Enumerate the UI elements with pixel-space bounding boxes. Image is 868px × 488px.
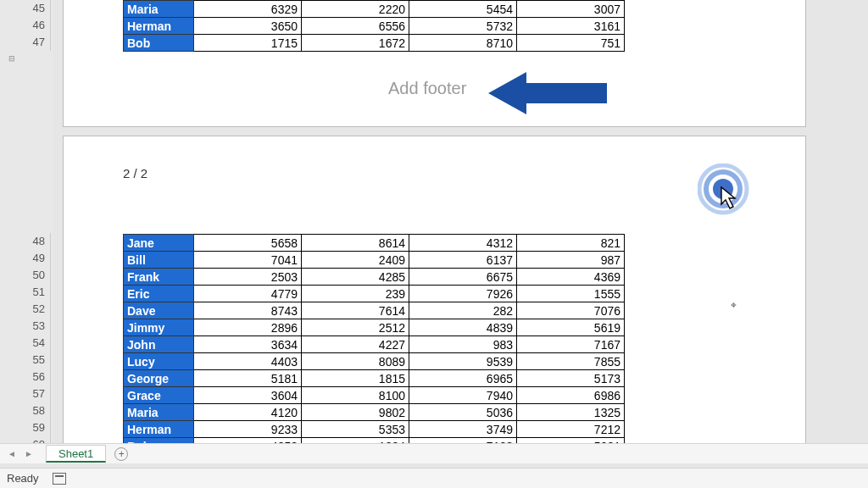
value-cell[interactable]: 6965: [409, 370, 517, 387]
row-number[interactable]: 59: [0, 419, 51, 436]
value-cell[interactable]: 1555: [517, 286, 625, 302]
value-cell[interactable]: 6137: [409, 252, 517, 269]
sheet-tab[interactable]: Sheet1: [46, 445, 106, 463]
value-cell[interactable]: 1715: [194, 35, 302, 52]
value-cell[interactable]: 5732: [409, 18, 517, 35]
row-number[interactable]: 57: [0, 385, 51, 402]
value-cell[interactable]: 9802: [302, 404, 409, 421]
value-cell[interactable]: 7076: [517, 302, 625, 319]
value-cell[interactable]: 987: [517, 252, 625, 269]
value-cell[interactable]: 4120: [194, 404, 302, 421]
row-number[interactable]: 46: [0, 17, 51, 34]
value-cell[interactable]: 3650: [194, 18, 302, 35]
value-cell[interactable]: 3007: [517, 1, 625, 18]
row-number[interactable]: 54: [0, 335, 51, 352]
value-cell[interactable]: 8710: [409, 35, 517, 52]
value-cell[interactable]: 6986: [517, 387, 625, 404]
name-cell[interactable]: Herman: [124, 421, 194, 438]
value-cell[interactable]: 5181: [194, 370, 302, 387]
value-cell[interactable]: 5658: [194, 235, 302, 252]
row-number[interactable]: 52: [0, 301, 51, 318]
row-number[interactable]: 58: [0, 402, 51, 419]
value-cell[interactable]: 6675: [409, 269, 517, 286]
value-cell[interactable]: 9233: [194, 421, 302, 438]
value-cell[interactable]: 7614: [302, 302, 409, 319]
value-cell[interactable]: 8614: [302, 235, 409, 252]
status-bar: Ready: [0, 468, 868, 488]
name-cell[interactable]: Dave: [124, 302, 194, 319]
value-cell[interactable]: 4312: [409, 235, 517, 252]
outline-collapse-icon[interactable]: ⊟: [8, 54, 15, 63]
name-cell[interactable]: Grace: [124, 387, 194, 404]
value-cell[interactable]: 7855: [517, 353, 625, 370]
tab-nav-next-icon[interactable]: ►: [22, 447, 36, 461]
value-cell[interactable]: 7212: [517, 421, 625, 438]
value-cell[interactable]: 6556: [302, 18, 409, 35]
value-cell[interactable]: 8089: [302, 353, 409, 370]
value-cell[interactable]: 2503: [194, 269, 302, 286]
row-number[interactable]: 45: [0, 0, 51, 17]
name-cell[interactable]: Bill: [124, 252, 194, 269]
value-cell[interactable]: 4839: [409, 319, 517, 336]
row-number[interactable]: 53: [0, 318, 51, 335]
value-cell[interactable]: 3634: [194, 336, 302, 353]
name-cell[interactable]: Frank: [124, 269, 194, 286]
name-cell[interactable]: Maria: [124, 1, 194, 18]
value-cell[interactable]: 7167: [517, 336, 625, 353]
value-cell[interactable]: 1815: [302, 370, 409, 387]
value-cell[interactable]: 4779: [194, 286, 302, 302]
value-cell[interactable]: 4285: [302, 269, 409, 286]
value-cell[interactable]: 7926: [409, 286, 517, 302]
value-cell[interactable]: 1672: [302, 35, 409, 52]
row-number[interactable]: 48: [0, 233, 51, 250]
value-cell[interactable]: 3604: [194, 387, 302, 404]
value-cell[interactable]: 8743: [194, 302, 302, 319]
row-number[interactable]: 56: [0, 369, 51, 385]
row-number[interactable]: 51: [0, 284, 51, 301]
table-row: Herman3650655657323161: [124, 18, 625, 35]
value-cell[interactable]: 2409: [302, 252, 409, 269]
value-cell[interactable]: 239: [302, 286, 409, 302]
name-cell[interactable]: Bob: [124, 35, 194, 52]
add-footer-placeholder[interactable]: Add footer: [388, 79, 466, 98]
value-cell[interactable]: 8100: [302, 387, 409, 404]
value-cell[interactable]: 5353: [302, 421, 409, 438]
value-cell[interactable]: 2896: [194, 319, 302, 336]
value-cell[interactable]: 7940: [409, 387, 517, 404]
name-cell[interactable]: Herman: [124, 18, 194, 35]
value-cell[interactable]: 5036: [409, 404, 517, 421]
value-cell[interactable]: 2512: [302, 319, 409, 336]
tab-nav-prev-icon[interactable]: ◄: [5, 447, 19, 461]
value-cell[interactable]: 983: [409, 336, 517, 353]
value-cell[interactable]: 1325: [517, 404, 625, 421]
name-cell[interactable]: Maria: [124, 404, 194, 421]
value-cell[interactable]: 5454: [409, 1, 517, 18]
value-cell[interactable]: 5619: [517, 319, 625, 336]
name-cell[interactable]: Eric: [124, 286, 194, 302]
row-number[interactable]: 47: [0, 34, 51, 51]
value-cell[interactable]: 7041: [194, 252, 302, 269]
value-cell[interactable]: 2220: [302, 1, 409, 18]
value-cell[interactable]: 282: [409, 302, 517, 319]
value-cell[interactable]: 751: [517, 35, 625, 52]
row-number[interactable]: 55: [0, 352, 51, 369]
table-row: Bob171516728710751: [124, 35, 625, 52]
value-cell[interactable]: 4403: [194, 353, 302, 370]
name-cell[interactable]: Lucy: [124, 353, 194, 370]
value-cell[interactable]: 4227: [302, 336, 409, 353]
value-cell[interactable]: 9539: [409, 353, 517, 370]
macro-record-icon[interactable]: [53, 473, 66, 485]
value-cell[interactable]: 5173: [517, 370, 625, 387]
value-cell[interactable]: 3161: [517, 18, 625, 35]
name-cell[interactable]: Jimmy: [124, 319, 194, 336]
row-number[interactable]: 49: [0, 250, 51, 267]
name-cell[interactable]: John: [124, 336, 194, 353]
add-sheet-button[interactable]: +: [114, 447, 128, 461]
name-cell[interactable]: George: [124, 370, 194, 387]
name-cell[interactable]: Jane: [124, 235, 194, 252]
value-cell[interactable]: 821: [517, 235, 625, 252]
value-cell[interactable]: 4369: [517, 269, 625, 286]
value-cell[interactable]: 3749: [409, 421, 517, 438]
value-cell[interactable]: 6329: [194, 1, 302, 18]
row-number[interactable]: 50: [0, 267, 51, 284]
